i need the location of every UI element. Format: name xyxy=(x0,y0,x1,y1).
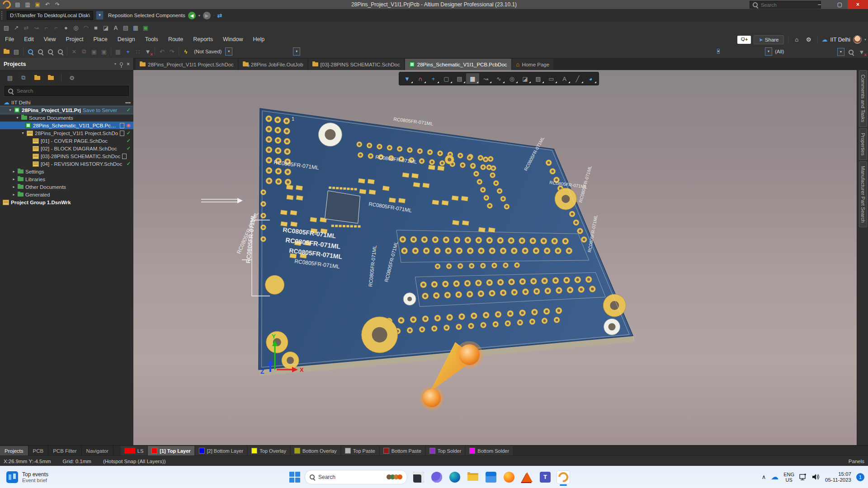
doc-tab-schematic[interactable]: [03]-28PINS SCHEMATIC.SchDoc xyxy=(308,59,404,70)
tree-item-source-documents[interactable]: ▾ Source Documents xyxy=(0,114,133,122)
zoom-page-icon[interactable] xyxy=(26,47,35,56)
layer-tab-bottom-overlay[interactable]: Bottom Overlay xyxy=(291,446,340,455)
expander-icon[interactable]: ▸ xyxy=(12,185,16,189)
expander-icon[interactable]: ▸ xyxy=(12,169,16,174)
clear-filter-icon[interactable]: ▼ xyxy=(143,47,152,56)
pad-tool-icon[interactable]: ● xyxy=(61,23,71,33)
add-comment-icon[interactable]: 🗨+ xyxy=(737,36,751,44)
doc-tab-home[interactable]: ⌂Home Page xyxy=(512,59,554,70)
panel-tab-navigator[interactable]: Navigator xyxy=(82,446,113,455)
panels-button[interactable]: Panels xyxy=(844,456,868,466)
polygon-tool-icon[interactable]: ◪ xyxy=(101,23,110,33)
zoom-filter-icon[interactable] xyxy=(56,47,65,56)
layer-tab-top-paste[interactable]: Top Paste xyxy=(341,446,379,455)
fill-tool-icon[interactable]: ■ xyxy=(91,23,100,33)
zoom-mask-icon[interactable] xyxy=(846,47,855,56)
paste-icon[interactable]: ▣ xyxy=(90,47,99,56)
route-tool-icon[interactable]: ↗ xyxy=(12,23,21,33)
layer-tab-bottom-paste[interactable]: Bottom Paste xyxy=(380,446,425,455)
lock-folder-icon[interactable] xyxy=(46,73,55,82)
menu-project[interactable]: Project xyxy=(61,34,89,45)
sheet-tool-icon[interactable]: ▤ xyxy=(121,23,130,33)
pin-icon[interactable] xyxy=(120,62,123,66)
copy-icon[interactable]: ⧉ xyxy=(80,47,89,56)
taskbar-widget[interactable]: Top events Event brief xyxy=(0,471,106,483)
variant-selector[interactable]: (Not Saved) xyxy=(191,47,224,56)
snap-magnet-icon[interactable]: ∩ xyxy=(414,73,427,84)
project-settings-gear-icon[interactable]: ⚙ xyxy=(67,73,76,82)
align-icon[interactable]: ∷ xyxy=(133,47,142,56)
more-icon[interactable]: ••• xyxy=(125,100,131,105)
app-teams[interactable]: T xyxy=(538,470,552,484)
minimize-button[interactable]: – xyxy=(809,0,830,9)
save-project-icon[interactable]: ▤ xyxy=(5,73,14,82)
maximize-button[interactable]: ▢ xyxy=(830,0,850,9)
tree-item-project-schdoc[interactable]: ▾ 28Pins_Project_V1I1 Project.SchDo ✓ xyxy=(0,129,133,137)
toolbar-dropdown-3[interactable]: ▾ xyxy=(717,47,720,55)
interactive-route-icon[interactable]: ↝ xyxy=(479,73,492,84)
tray-chevron-icon[interactable]: ∧ xyxy=(762,474,766,480)
taskbar-search[interactable]: Search xyxy=(305,470,407,484)
app-file-explorer[interactable] xyxy=(466,470,480,484)
via-icon[interactable]: ◎ xyxy=(505,73,519,84)
clock[interactable]: 15:0705-11-2023 xyxy=(825,471,851,483)
tree-item-settings[interactable]: ▸ Settings xyxy=(0,168,133,175)
settings-gear-icon[interactable]: ⚙ xyxy=(804,35,813,44)
via-tool-icon[interactable]: ◎ xyxy=(71,23,80,33)
doc-tab-project-schdoc[interactable]: 28Pins_Project_V1I1 Project.SchDoc xyxy=(136,59,238,70)
sync-document-icon[interactable]: ⇄ xyxy=(217,12,222,19)
tree-item-workspace[interactable]: ☁ IIT Delhi ••• xyxy=(0,99,133,106)
storage-path-dropdown[interactable]: ▾ xyxy=(96,11,104,20)
length-tune-icon[interactable]: ∿ xyxy=(492,73,505,84)
doc-tab-outjob[interactable]: 28Pins JobFile.OutJob xyxy=(239,59,307,70)
back-icon[interactable]: ◀ xyxy=(188,12,196,19)
menu-place[interactable]: Place xyxy=(88,34,112,45)
zoom-selected-icon[interactable] xyxy=(46,47,55,56)
component-place-icon[interactable]: ▦ xyxy=(466,73,479,84)
volume-icon[interactable] xyxy=(812,474,820,480)
zoom-icon[interactable] xyxy=(36,47,45,56)
storage-path-combo[interactable]: D:\Transfer To Desktop\Local Disk\ xyxy=(7,11,93,20)
panel-tab-pcb-filter[interactable]: PCB Filter xyxy=(48,446,81,455)
board-stack-icon[interactable]: ▤ xyxy=(453,73,466,84)
layer-tab-top-layer[interactable]: [1] Top Layer xyxy=(148,446,194,455)
back-dropdown-icon[interactable]: ▾ xyxy=(198,14,200,18)
selection-box-icon[interactable]: ▢ xyxy=(440,73,453,84)
open-doc-icon[interactable] xyxy=(2,47,11,56)
clear-mask-icon[interactable]: ▼ xyxy=(857,47,866,56)
tree-item-revision-history[interactable]: [04] - REVISION HISTORY.SchDoc ✓ xyxy=(0,160,133,168)
sphere-view-icon[interactable]: ◕ xyxy=(584,73,597,84)
cross-select-icon[interactable]: + xyxy=(123,47,132,56)
app-notes[interactable] xyxy=(412,470,425,484)
toolbar-dropdown-2[interactable]: ▾ xyxy=(293,47,300,56)
tree-item-28pins-schematic[interactable]: [03]-28PINS SCHEMATIC.SchDoc xyxy=(0,152,133,160)
tree-item-cover-page[interactable]: [01] - COVER PAGE.SchDoc ✓ xyxy=(0,137,133,145)
projects-search-box[interactable] xyxy=(5,86,129,96)
account-dropdown-icon[interactable]: ▾ xyxy=(864,38,866,42)
layer-tab-top-overlay[interactable]: Top Overlay xyxy=(248,446,290,455)
menu-help[interactable]: Help xyxy=(248,34,269,45)
menu-reports[interactable]: Reports xyxy=(188,34,218,45)
explore-folder-icon[interactable] xyxy=(33,73,42,82)
text-string-icon[interactable]: A xyxy=(558,73,571,84)
app-matlab[interactable] xyxy=(520,470,534,484)
tree-item-project[interactable]: ▾ 28Pins_Project_V1I1.Prj Save to Server… xyxy=(0,106,133,114)
toolbar-grip[interactable] xyxy=(1,11,4,19)
save-doc-icon[interactable]: ▤ xyxy=(12,47,21,56)
run-script-icon[interactable]: ϟ xyxy=(181,47,190,56)
layer-tab-top-solder[interactable]: Top Solder xyxy=(426,446,465,455)
layer-tab-bottom-layer[interactable]: [2] Bottom Layer xyxy=(195,446,247,455)
component-tool-icon[interactable]: ▦ xyxy=(131,23,140,33)
panel-tab-pcb[interactable]: PCB xyxy=(28,446,49,455)
filter-icon[interactable]: ▼ xyxy=(401,73,414,84)
panel-tab-projects[interactable]: Projects xyxy=(0,446,28,455)
open-icon[interactable]: ▣ xyxy=(33,1,42,8)
app-firefox[interactable] xyxy=(502,470,516,484)
start-button[interactable] xyxy=(289,472,300,483)
onedrive-icon[interactable]: ☁ xyxy=(771,472,778,482)
tree-item-project-group[interactable]: Project Group 1.DsnWrk xyxy=(0,198,133,206)
tab-comments-and-tasks[interactable]: Comments and Tasks xyxy=(859,70,867,127)
save-to-server-badge[interactable]: Save to Server xyxy=(83,108,117,113)
save-all-icon[interactable]: ▥ xyxy=(23,1,33,8)
compare-icon[interactable]: ⧉ xyxy=(19,73,28,82)
